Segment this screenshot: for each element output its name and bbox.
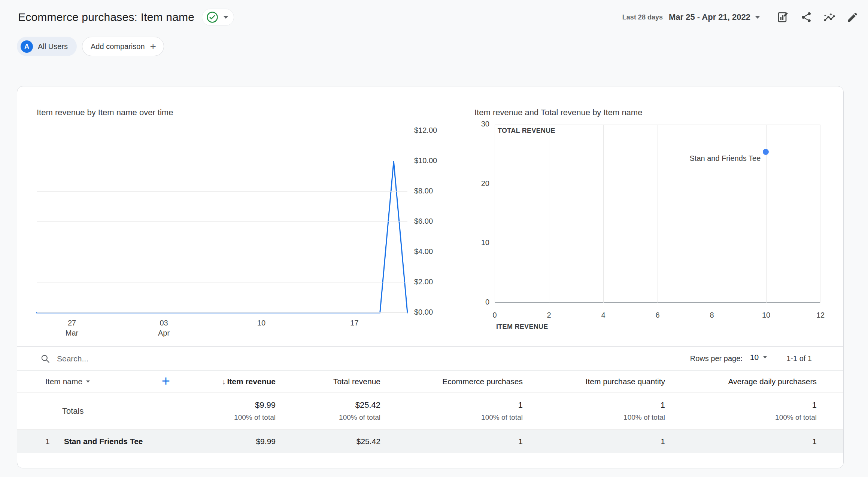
report-table: Rows per page: 10 1-1 of 1 Item name + ↓…: [17, 346, 843, 453]
add-comparison-label: Add comparison: [91, 42, 145, 51]
customize-report-icon[interactable]: [777, 11, 789, 24]
scatter-x-tick-label: 0: [485, 311, 504, 319]
search-input[interactable]: [57, 354, 154, 363]
scatter-plot: TOTAL REVENUE Stan and Friends Tee: [495, 125, 820, 303]
column-header-item-purchase-quantity[interactable]: Item purchase quantity: [523, 377, 665, 386]
report-card: Item revenue by Item name over time $0.0…: [17, 86, 844, 468]
date-preset-label: Last 28 days: [622, 13, 663, 21]
line-chart-gridline: [37, 161, 407, 161]
scatter-point-label: Stan and Friends Tee: [690, 154, 761, 163]
line-chart-gridline: [37, 221, 407, 222]
line-chart-x-tick-label: 10: [243, 318, 280, 328]
totals-share: 100% of total: [775, 413, 817, 422]
column-label: Ecommerce purchases: [442, 377, 523, 386]
totals-value: $25.42: [355, 400, 380, 410]
page-title: Ecommerce purchases: Item name: [18, 11, 194, 24]
scatter-gridline: [820, 125, 820, 303]
all-users-chip[interactable]: A All Users: [17, 37, 77, 56]
table-header-row: Item name + ↓Item revenue Total revenue …: [17, 371, 843, 392]
totals-share: 100% of total: [339, 413, 380, 422]
line-chart-section: Item revenue by Item name over time $0.0…: [37, 108, 460, 347]
cell-total-revenue: $25.42: [276, 437, 380, 446]
totals-value: $9.99: [255, 400, 276, 410]
totals-share: 100% of total: [234, 413, 276, 422]
chevron-down-icon: [223, 16, 228, 19]
scatter-gridline: [712, 125, 712, 303]
add-comparison-button[interactable]: Add comparison +: [82, 37, 164, 56]
line-chart-y-tick-label: $12.00: [414, 126, 437, 135]
scatter-x-axis: 024681012: [495, 311, 820, 321]
column-header-average-daily-purchasers[interactable]: Average daily purchasers: [665, 377, 817, 386]
line-chart-y-tick-label: $0.00: [414, 308, 433, 317]
share-icon[interactable]: [800, 11, 813, 24]
scatter-x-tick-label: 10: [757, 311, 776, 319]
cell-item-purchase-quantity: 1: [523, 437, 665, 446]
line-chart-gridline: [37, 191, 407, 192]
line-chart-gridline: [37, 312, 407, 313]
scatter-y-tick-label: 0: [485, 298, 489, 306]
report-status-button[interactable]: [202, 9, 234, 26]
insights-icon[interactable]: [823, 11, 836, 24]
totals-value: 1: [812, 400, 817, 410]
all-users-label: All Users: [38, 42, 68, 51]
column-label: Item purchase quantity: [586, 377, 665, 386]
line-chart-y-tick-label: $2.00: [414, 278, 433, 286]
line-chart-y-tick-label: $8.00: [414, 187, 433, 195]
search-icon: [40, 354, 50, 364]
scatter-x-tick-label: 4: [594, 311, 613, 319]
scatter-chart-title: Item revenue and Total revenue by Item n…: [474, 108, 845, 117]
cell-ecommerce-purchases: 1: [380, 437, 523, 446]
line-chart-x-tick-label: 27Mar: [53, 318, 91, 338]
cell-item-revenue: $9.99: [180, 437, 276, 446]
line-chart-y-tick-label: $6.00: [414, 217, 433, 226]
table-search[interactable]: [17, 347, 180, 370]
date-range-picker[interactable]: Mar 25 - Apr 21, 2022: [669, 12, 760, 22]
table-row[interactable]: 1 Stan and Friends Tee $9.99 $25.42 1 1 …: [17, 430, 843, 453]
scatter-y-tick-label: 20: [481, 179, 489, 188]
totals-value: 1: [661, 400, 665, 410]
scatter-y-axis: 0102030: [474, 125, 489, 303]
line-chart-y-axis: $0.00$2.00$4.00$6.00$8.00$10.00$12.00: [414, 131, 458, 313]
line-chart-gridline: [37, 131, 407, 131]
column-header-item-name[interactable]: Item name +: [17, 371, 180, 392]
revenue-line-series: [37, 131, 407, 313]
column-header-ecommerce-purchases[interactable]: Ecommerce purchases: [380, 377, 523, 386]
scatter-gridline: [549, 125, 549, 303]
report-toolbar: [777, 11, 859, 24]
line-chart-plot: [37, 131, 407, 313]
line-chart: $0.00$2.00$4.00$6.00$8.00$10.00$12.00 27…: [37, 131, 460, 344]
add-column-button[interactable]: +: [162, 374, 170, 388]
report-topbar: Ecommerce purchases: Item name Last 28 d…: [18, 5, 859, 29]
x-axis-title: ITEM REVENUE: [496, 323, 548, 331]
column-label: Item revenue: [227, 377, 276, 386]
scatter-x-tick-label: 6: [648, 311, 667, 319]
chevron-down-icon: [755, 16, 760, 19]
comparison-a-badge: A: [21, 40, 33, 53]
rows-per-page-select[interactable]: 10: [749, 352, 768, 365]
line-chart-y-tick-label: $4.00: [414, 247, 433, 256]
scatter-chart: 0102030 TOTAL REVENUE Stan and Friends T…: [474, 125, 845, 338]
cell-average-daily-purchasers: 1: [665, 437, 817, 446]
table-controls: Rows per page: 10 1-1 of 1: [17, 347, 843, 371]
scatter-x-tick-label: 12: [811, 311, 830, 319]
scatter-chart-section: Item revenue and Total revenue by Item n…: [474, 108, 845, 347]
column-label: Average daily purchasers: [728, 377, 817, 386]
column-header-item-revenue[interactable]: ↓Item revenue: [180, 377, 276, 386]
line-chart-gridline: [37, 252, 407, 252]
edit-icon[interactable]: [846, 11, 859, 24]
line-chart-gridline: [37, 282, 407, 282]
chevron-down-icon: [86, 380, 90, 383]
row-number: 1: [45, 437, 50, 446]
scatter-x-tick-label: 8: [702, 311, 721, 319]
totals-share: 100% of total: [481, 413, 523, 422]
plus-icon: +: [150, 41, 156, 52]
sort-descending-icon: ↓: [222, 377, 225, 386]
totals-label: Totals: [62, 406, 84, 416]
rows-per-page-label: Rows per page:: [690, 354, 743, 363]
scatter-x-tick-label: 2: [540, 311, 558, 319]
pagination-status: 1-1 of 1: [786, 354, 812, 363]
scatter-gridline: [658, 125, 658, 303]
y-axis-title: TOTAL REVENUE: [498, 127, 555, 135]
rows-per-page-value: 10: [750, 353, 759, 362]
column-header-total-revenue[interactable]: Total revenue: [276, 377, 380, 386]
